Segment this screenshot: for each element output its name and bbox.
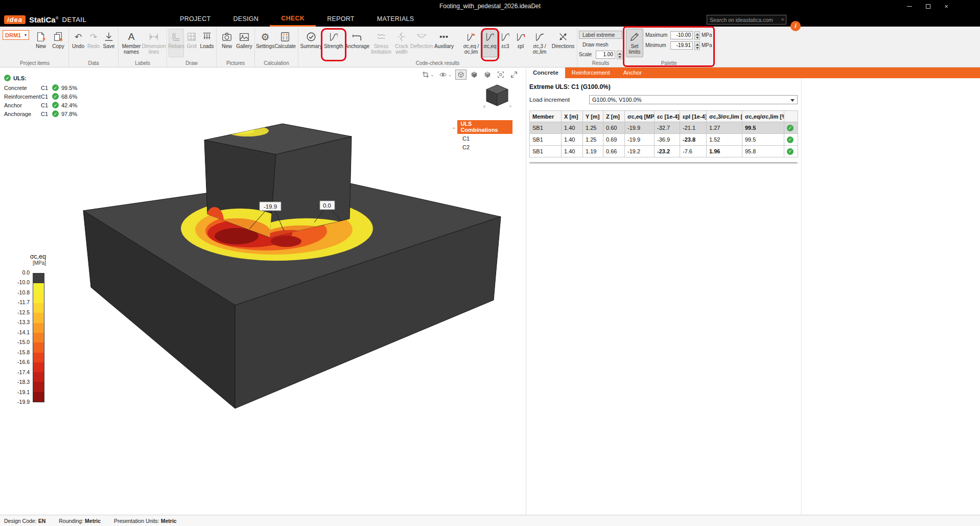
col-header[interactable]: σc,eq [MPa] xyxy=(625,111,655,122)
summary-button[interactable]: Summary xyxy=(300,29,322,57)
directions-button[interactable]: Directions xyxy=(551,29,575,57)
col-header[interactable]: σc,3/σc,lim [-] xyxy=(707,111,742,122)
col-header[interactable]: σc,eq/σc,lim [%] xyxy=(742,111,784,122)
label: Summary xyxy=(300,43,322,49)
orbit-view-button[interactable]: ⌄ xyxy=(437,70,453,80)
legend-segment xyxy=(33,293,44,303)
loads-toggle[interactable]: Loads xyxy=(199,29,215,57)
wireframe-view-button[interactable] xyxy=(455,70,466,80)
group-label: Data xyxy=(71,60,116,67)
gear-icon: ⚙ xyxy=(261,30,269,43)
table-horizontal-scrollbar[interactable] xyxy=(529,162,798,164)
close-button[interactable]: × xyxy=(937,0,955,12)
ec3-icon xyxy=(500,30,511,43)
chevron-down-icon[interactable]: ⌄ xyxy=(452,124,456,130)
solid-view-button[interactable] xyxy=(469,70,480,80)
ribbon: DRM1▾ New Copy Project items ↶Undo ↷Redo… xyxy=(0,27,980,67)
gallery-button[interactable]: Gallery xyxy=(236,29,253,57)
group-label: Draw xyxy=(169,60,215,67)
load-increment-value: G100.0%, V100.0% xyxy=(592,97,642,103)
table-row[interactable]: SB11.401.250.69-19.9-36.9-23.81.5299.5✓ xyxy=(530,134,798,146)
results-tabbar: Concrete Reinforcement Anchor xyxy=(526,67,980,78)
auxiliary-button[interactable]: •••Auxiliary xyxy=(433,29,455,57)
zoom-fit-button[interactable] xyxy=(495,70,506,80)
calculate-button[interactable]: Calculate xyxy=(274,29,296,57)
minimum-input[interactable] xyxy=(670,41,693,50)
member-selector[interactable]: DRM1▾ xyxy=(3,30,29,40)
tab-concrete[interactable]: Concrete xyxy=(526,67,565,78)
maximum-spinner[interactable] xyxy=(694,31,700,39)
settings-button[interactable]: ⚙Settings xyxy=(256,29,274,57)
orbit-icon xyxy=(439,71,447,79)
anchorage-button[interactable]: Anchorage xyxy=(345,29,369,57)
view-cube[interactable]: x y xyxy=(482,82,513,109)
sc-eq-over-lim-button[interactable]: σc,eq / σc,lim xyxy=(460,29,482,57)
member-names-button[interactable]: AMember names xyxy=(120,29,143,57)
label: Copy xyxy=(52,43,64,49)
table-row[interactable]: SB11.401.190.66-19.2-23.2-7.61.9695.8✓ xyxy=(530,146,798,157)
label: σc,eq / σc,lim xyxy=(460,43,482,55)
stress-limitation-button: Stress limitation xyxy=(369,29,393,57)
col-header[interactable]: εc [1e-4] xyxy=(655,111,680,122)
maximum-input[interactable] xyxy=(670,31,693,39)
tab-anchor[interactable]: Anchor xyxy=(617,67,648,78)
new-picture-button[interactable]: New xyxy=(218,29,236,57)
member-selector-value: DRM1 xyxy=(5,32,21,38)
legend-segment xyxy=(33,333,44,342)
search-input[interactable] xyxy=(707,17,781,23)
epl-button[interactable]: εpl xyxy=(513,29,528,57)
combinations-header[interactable]: ULS Combinations xyxy=(457,120,512,134)
model-3d-view[interactable]: -19.9 0.0 xyxy=(0,67,526,420)
tab-check[interactable]: CHECK xyxy=(270,12,316,27)
table-row[interactable]: SB11.401.250.60-19.9-32.7-21.11.2799.5✓ xyxy=(530,122,798,134)
chevron-down-icon: ▾ xyxy=(25,33,27,37)
redo-button: ↷Redo xyxy=(86,29,101,57)
save-button[interactable]: Save xyxy=(101,29,116,57)
undo-button[interactable]: ↶Undo xyxy=(71,29,86,57)
combination-item-c2[interactable]: C2 xyxy=(452,143,512,151)
tab-materials[interactable]: MATERIALS xyxy=(366,12,426,27)
crack-width-icon xyxy=(396,30,407,43)
group-label: Results xyxy=(579,60,622,67)
tab-project[interactable]: PROJECT xyxy=(169,12,222,27)
shaded-view-button[interactable] xyxy=(482,70,493,80)
combo-label: C1 xyxy=(41,111,52,117)
col-header[interactable]: εpl [1e-4] xyxy=(680,111,707,122)
legend-value: -10.8 xyxy=(17,289,30,295)
combination-item-c1[interactable]: C1 xyxy=(452,134,512,143)
group-label: Labels xyxy=(120,60,165,67)
minimum-label: Minimum xyxy=(645,42,669,48)
col-header-status xyxy=(784,111,798,122)
strength-button[interactable]: Strength xyxy=(322,29,345,57)
sc-eq-button[interactable]: σc,eq xyxy=(482,29,498,57)
tab-reinforcement[interactable]: Reinforcement xyxy=(565,67,617,78)
tab-design[interactable]: DESIGN xyxy=(222,12,270,27)
help-button[interactable]: i xyxy=(790,21,801,31)
strength-icon xyxy=(328,30,339,43)
combo-label: C1 xyxy=(41,85,52,91)
minimize-button[interactable] xyxy=(900,0,919,12)
label-extreme-toggle[interactable]: Label extreme xyxy=(579,31,622,39)
draw-mesh-toggle[interactable]: Draw mesh xyxy=(579,40,622,49)
fullscreen-button[interactable] xyxy=(508,70,520,80)
group-label: Code-check results xyxy=(300,60,575,67)
col-header[interactable]: Member xyxy=(530,111,562,122)
maximize-button[interactable] xyxy=(919,0,937,12)
load-increment-select[interactable]: G100.0%, V100.0% xyxy=(589,95,798,104)
set-limits-button[interactable]: Set limits xyxy=(626,29,643,57)
col-header[interactable]: Y [m] xyxy=(583,111,603,122)
ec3-button[interactable]: εc3 xyxy=(498,29,513,57)
new-item-button[interactable]: New xyxy=(32,29,50,57)
tab-report[interactable]: REPORT xyxy=(316,12,366,27)
scale-input[interactable] xyxy=(596,51,615,59)
scale-spinner[interactable] xyxy=(617,51,622,59)
sc3-over-lim-button[interactable]: σc,3 / σc,lim xyxy=(528,29,551,57)
cube-solid-icon xyxy=(470,71,478,79)
minimum-spinner[interactable] xyxy=(694,41,700,50)
label: εc3 xyxy=(501,43,509,49)
legend-value: -19.1 xyxy=(17,389,30,395)
col-header[interactable]: Z [m] xyxy=(603,111,625,122)
crop-view-button[interactable]: ⌄ xyxy=(420,70,436,80)
copy-item-button[interactable]: Copy xyxy=(50,29,67,57)
col-header[interactable]: X [m] xyxy=(562,111,583,122)
